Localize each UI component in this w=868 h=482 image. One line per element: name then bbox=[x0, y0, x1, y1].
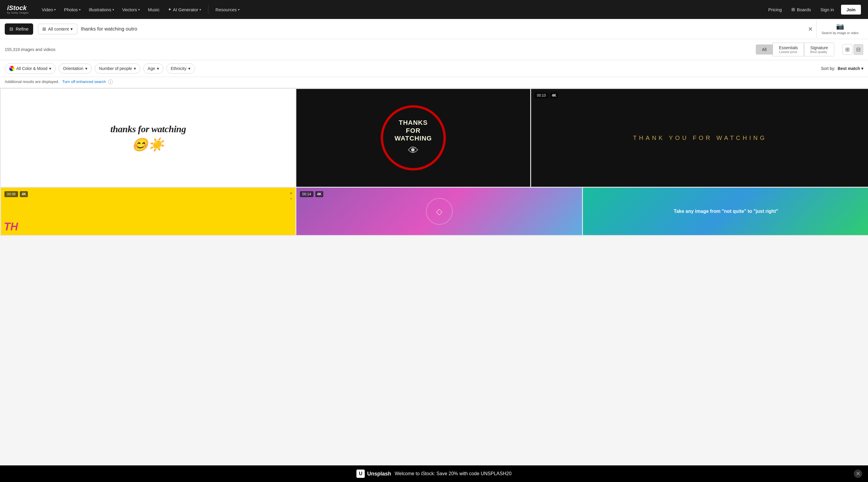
chevron-down-icon: ▾ bbox=[49, 66, 51, 71]
tab-group: All Essentials Lowest price Signature Be… bbox=[756, 43, 834, 56]
enhanced-search-note: Additional results are displayed. Turn o… bbox=[0, 77, 868, 88]
grid-view-button[interactable]: ⊞ bbox=[842, 44, 852, 55]
grid-item-3[interactable]: 00:10 4K THANK YOU FOR WATCHING bbox=[531, 89, 868, 187]
search-by-image-button[interactable]: 📷 Search by image or video bbox=[816, 20, 863, 37]
item5-badge: 00:14 4K bbox=[300, 191, 323, 197]
duration-badge: 00:10 bbox=[535, 92, 548, 98]
color-icon bbox=[9, 66, 14, 71]
content-filter-dropdown[interactable]: ⊞ All content ▾ bbox=[38, 24, 77, 34]
item5-circle: ◇ bbox=[426, 198, 453, 225]
boards-icon: ⊞ bbox=[791, 7, 795, 12]
item1-text: thanks for watching bbox=[111, 123, 186, 135]
nav-right: Pricing ⊞ Boards Sign in Join bbox=[766, 5, 861, 15]
sign-in-button[interactable]: Sign in bbox=[818, 6, 836, 13]
logo-subtext: by Getty Images bbox=[7, 11, 29, 14]
pricing-link[interactable]: Pricing bbox=[766, 6, 784, 13]
quality-badge: 4K bbox=[550, 92, 558, 98]
nav-item-music[interactable]: Music bbox=[145, 5, 163, 15]
logo[interactable]: iStock by Getty Images bbox=[7, 5, 29, 14]
grid-item-4[interactable]: 00:06 4K TH + × bbox=[1, 188, 296, 235]
grid-item-6[interactable]: Take any image from "not quite" to "just… bbox=[583, 188, 868, 235]
chevron-down-icon: ▾ bbox=[157, 66, 159, 71]
chevron-down-icon: ▾ bbox=[199, 8, 201, 11]
orientation-filter[interactable]: Orientation ▾ bbox=[59, 63, 91, 74]
results-row: 155,319 images and videos All Essentials… bbox=[0, 39, 868, 60]
info-icon[interactable]: i bbox=[108, 80, 113, 84]
chevron-down-icon: ▾ bbox=[238, 8, 240, 11]
camera-icon: 📷 bbox=[836, 23, 844, 30]
chevron-down-icon: ▾ bbox=[134, 66, 136, 71]
duration-badge: 00:06 bbox=[4, 191, 18, 197]
sort-wrap: Sort by: Best match ▾ bbox=[821, 66, 863, 71]
nav-item-illustrations[interactable]: Illustrations ▾ bbox=[85, 5, 118, 15]
chevron-down-icon: ▾ bbox=[85, 66, 87, 71]
item4-shapes: + × bbox=[289, 191, 292, 200]
item2-eye: 👁 bbox=[408, 144, 418, 157]
nav-item-resources[interactable]: Resources ▾ bbox=[212, 5, 243, 15]
nav-item-ai-generator[interactable]: ✦ AI Generator ▾ bbox=[164, 4, 205, 15]
image-grid-row2: 00:06 4K TH + × 00:14 4K ◇ Take any imag… bbox=[0, 188, 868, 236]
item4-text: TH bbox=[4, 221, 18, 232]
search-input[interactable] bbox=[81, 26, 804, 32]
view-toggle: ⊞ ⊟ bbox=[842, 44, 863, 55]
refine-button[interactable]: ⊟ Refine bbox=[5, 23, 33, 35]
ethnicity-filter[interactable]: Ethnicity ▾ bbox=[166, 63, 195, 74]
item1-content: thanks for watching 😊☀️ bbox=[111, 123, 186, 152]
masonry-view-button[interactable]: ⊟ bbox=[854, 44, 863, 55]
quality-badge: 4K bbox=[20, 191, 28, 197]
image-grid-row1: thanks for watching 😊☀️ THANKSFORWATCHIN… bbox=[0, 88, 868, 188]
item1-emoji: 😊☀️ bbox=[111, 137, 186, 152]
chevron-down-icon: ▾ bbox=[54, 8, 56, 11]
number-of-people-filter[interactable]: Number of people ▾ bbox=[95, 63, 140, 74]
color-mood-filter[interactable]: All Color & Mood ▾ bbox=[5, 63, 56, 74]
item3-badge: 00:10 4K bbox=[535, 92, 558, 98]
grid-item-1[interactable]: thanks for watching 😊☀️ bbox=[1, 89, 296, 187]
top-navigation: iStock by Getty Images Video ▾ Photos ▾ … bbox=[0, 0, 868, 19]
tab-essentials[interactable]: Essentials Lowest price bbox=[773, 43, 804, 56]
search-bar: ⊟ Refine ⊞ All content ▾ ✕ 📷 Search by i… bbox=[0, 19, 868, 39]
nav-item-photos[interactable]: Photos ▾ bbox=[60, 5, 84, 15]
search-input-wrap bbox=[81, 26, 804, 32]
chevron-down-icon: ▾ bbox=[861, 66, 863, 71]
grid-icon: ⊞ bbox=[42, 26, 46, 32]
grid-item-2[interactable]: THANKSFORWATCHING 👁 bbox=[296, 89, 530, 187]
clear-search-button[interactable]: ✕ bbox=[804, 24, 816, 34]
filter-chips-row: All Color & Mood ▾ Orientation ▾ Number … bbox=[0, 60, 868, 77]
join-button[interactable]: Join bbox=[841, 5, 861, 15]
chevron-down-icon: ▾ bbox=[79, 8, 81, 11]
item4-badge: 00:06 4K bbox=[4, 191, 28, 197]
nav-item-video[interactable]: Video ▾ bbox=[38, 5, 59, 15]
nav-items: Video ▾ Photos ▾ Illustrations ▾ Vectors… bbox=[38, 4, 764, 15]
turn-off-enhanced-search-link[interactable]: Turn off enhanced search bbox=[62, 80, 106, 84]
chevron-down-icon: ▾ bbox=[113, 8, 114, 11]
chevron-down-icon: ▾ bbox=[188, 66, 190, 71]
boards-button[interactable]: ⊞ Boards bbox=[789, 6, 813, 13]
item6-text: Take any image from "not quite" to "just… bbox=[674, 208, 778, 215]
nav-item-vectors[interactable]: Vectors ▾ bbox=[119, 5, 143, 15]
content-area: thanks for watching 😊☀️ THANKSFORWATCHIN… bbox=[0, 88, 868, 236]
item3-text: THANK YOU FOR WATCHING bbox=[633, 135, 767, 141]
diamond-icon: ◇ bbox=[436, 207, 442, 217]
item2-circle: THANKSFORWATCHING 👁 bbox=[381, 105, 446, 170]
duration-badge: 00:14 bbox=[300, 191, 313, 197]
results-count: 155,319 images and videos bbox=[5, 47, 55, 52]
quality-badge: 4K bbox=[315, 191, 323, 197]
age-filter[interactable]: Age ▾ bbox=[143, 63, 163, 74]
tab-all[interactable]: All bbox=[756, 45, 773, 55]
chevron-down-icon: ▾ bbox=[138, 8, 140, 11]
filter-icon: ⊟ bbox=[9, 26, 13, 32]
chevron-down-icon: ▾ bbox=[70, 26, 73, 32]
grid-item-5[interactable]: 00:14 4K ◇ bbox=[296, 188, 582, 235]
item2-text: THANKSFORWATCHING bbox=[395, 119, 432, 142]
sort-dropdown[interactable]: Best match ▾ bbox=[838, 66, 863, 71]
tab-signature[interactable]: Signature Best quality bbox=[804, 43, 834, 56]
logo-text: iStock bbox=[7, 5, 29, 11]
nav-divider bbox=[208, 5, 209, 14]
